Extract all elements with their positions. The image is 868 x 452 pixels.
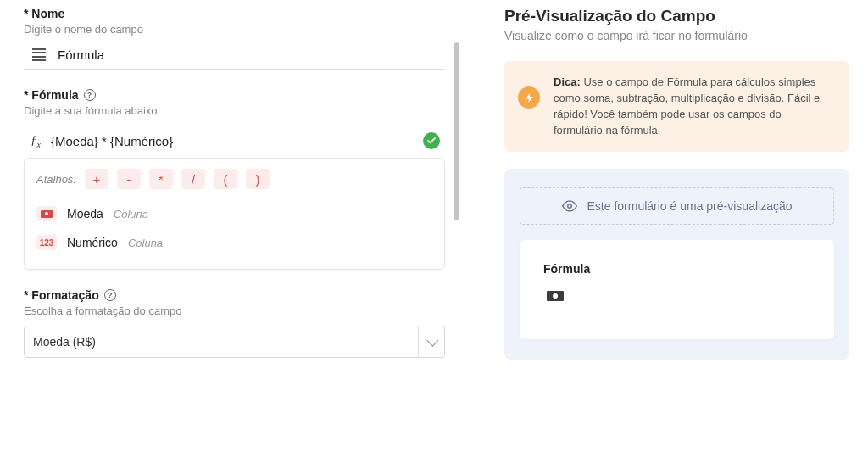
help-icon[interactable]: ? — [104, 289, 116, 301]
op-paren-open[interactable]: ( — [214, 169, 237, 189]
fx-icon: ƒx — [31, 133, 41, 149]
config-pane: * Nome Digite o nome do campo Fórmula * … — [0, 0, 462, 452]
help-icon[interactable]: ? — [84, 89, 96, 101]
column-name: Numérico — [67, 236, 118, 249]
scrollbar[interactable] — [454, 0, 459, 452]
op-multiply[interactable]: * — [149, 169, 173, 189]
preview-subtitle: Visualize como o campo irá ficar no form… — [504, 29, 849, 42]
formula-input[interactable]: ƒx {Moeda} * {Numérico} — [24, 117, 445, 158]
name-section: * Nome Digite o nome do campo Fórmula — [24, 7, 445, 70]
column-item-moeda[interactable]: Moeda Coluna — [36, 199, 432, 228]
tip-text: Dica: Use o campo de Fórmula para cálcul… — [554, 75, 832, 138]
formula-label: * Fórmula ? — [24, 88, 445, 102]
format-label: * Formatação ? — [24, 288, 445, 302]
preview-container: Este formulário é uma pré-visualização F… — [504, 169, 849, 360]
format-select[interactable]: Moeda (R$) — [24, 326, 445, 358]
money-icon — [36, 206, 57, 221]
op-minus[interactable]: - — [117, 169, 141, 189]
svg-point-0 — [567, 204, 571, 209]
name-input[interactable]: Fórmula — [24, 36, 445, 70]
column-type: Coluna — [114, 208, 148, 220]
shortcuts-row: Atalhos: + - * / ( ) — [36, 169, 432, 189]
name-label: * Nome — [24, 7, 445, 20]
eye-icon — [562, 198, 577, 214]
format-label-text: * Formatação — [24, 288, 99, 302]
format-selected: Moeda (R$) — [33, 335, 96, 349]
number-icon: 123 — [36, 235, 57, 250]
formula-hint: Digite a sua fórmula abaixo — [24, 104, 445, 117]
preview-field-label: Fórmula — [543, 262, 810, 276]
suggestion-panel: Atalhos: + - * / ( ) Moeda Coluna 123 Nu… — [24, 158, 445, 270]
op-paren-close[interactable]: ) — [246, 169, 270, 189]
column-item-numerico[interactable]: 123 Numérico Coluna — [36, 228, 432, 257]
lightning-icon — [518, 86, 540, 109]
shortcuts-label: Atalhos: — [36, 173, 76, 186]
drag-handle-icon[interactable] — [32, 48, 46, 62]
name-hint: Digite o nome do campo — [24, 23, 445, 36]
name-label-text: * Nome — [24, 7, 64, 20]
preview-card: Fórmula — [520, 240, 834, 339]
preview-banner-text: Este formulário é uma pré-visualização — [587, 199, 793, 213]
tip-bold: Dica: — [554, 75, 581, 88]
format-hint: Escolha a formatação do campo — [24, 304, 445, 317]
chevron-down-icon — [426, 335, 438, 347]
preview-field-value — [543, 291, 810, 310]
scrollbar-thumb[interactable] — [454, 42, 459, 220]
column-name: Moeda — [67, 207, 103, 220]
preview-pane: Pré-Visualização do Campo Visualize como… — [462, 0, 868, 452]
format-section: * Formatação ? Escolha a formatação do c… — [24, 288, 445, 358]
formula-value: {Moeda} * {Numérico} — [51, 134, 173, 148]
op-divide[interactable]: / — [181, 169, 205, 189]
formula-label-text: * Fórmula — [24, 88, 79, 102]
op-plus[interactable]: + — [85, 169, 108, 189]
column-type: Coluna — [128, 237, 163, 249]
preview-banner: Este formulário é uma pré-visualização — [520, 187, 834, 225]
tip-body: Use o campo de Fórmula para cálculos sim… — [554, 75, 820, 137]
tip-box: Dica: Use o campo de Fórmula para cálcul… — [504, 61, 849, 152]
preview-title: Pré-Visualização do Campo — [504, 7, 849, 25]
name-value: Fórmula — [58, 47, 104, 62]
money-icon — [547, 291, 564, 301]
formula-section: * Fórmula ? Digite a sua fórmula abaixo … — [24, 88, 445, 270]
valid-check-icon — [423, 132, 440, 149]
